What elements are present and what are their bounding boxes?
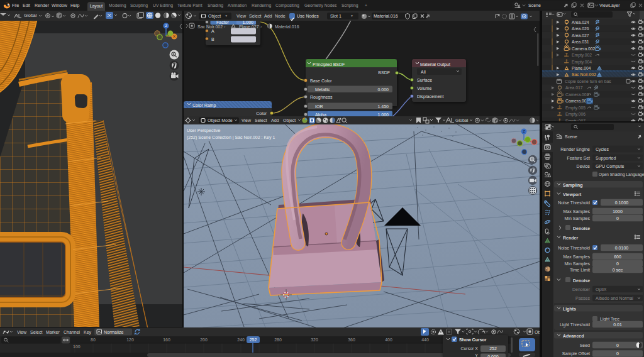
svg-text:0 sec: 0 sec [613, 268, 623, 272]
svg-text:Empty.005: Empty.005 [565, 106, 586, 111]
svg-text:Denoise: Denoise [573, 278, 590, 283]
svg-text:Global: Global [24, 13, 37, 18]
svg-text:0.000: 0.000 [487, 354, 499, 357]
svg-text:IOR: IOR [315, 104, 323, 109]
svg-text:Color: Color [256, 111, 267, 116]
svg-text:Cycles: Cycles [596, 147, 609, 152]
svg-text:Copie scene turn en bas: Copie scene turn en bas [565, 79, 611, 84]
svg-text:Volume: Volume [417, 86, 431, 91]
svg-text:Empty.007: Empty.007 [565, 119, 586, 121]
svg-text:OptiX: OptiX [596, 287, 607, 292]
svg-text:0.01: 0.01 [613, 322, 622, 327]
svg-text:Z: Z [523, 129, 525, 133]
svg-text:Ob: Ob [535, 330, 540, 334]
svg-text:Plane.027: Plane.027 [239, 25, 259, 29]
svg-text:Camera.002: Camera.002 [572, 47, 596, 51]
svg-text:Lights: Lights [563, 307, 576, 312]
svg-text:Time Limit: Time Limit [570, 268, 590, 272]
svg-text:Roughness: Roughness [310, 95, 333, 100]
svg-text:Min Samples: Min Samples [565, 216, 591, 221]
svg-text:Sample Offset: Sample Offset [562, 351, 590, 356]
svg-text:Base Color: Base Color [310, 79, 332, 83]
svg-text:Sac Noir.002: Sac Noir.002 [572, 72, 596, 77]
svg-text:Area.024: Area.024 [572, 20, 589, 25]
svg-text:Global: Global [455, 118, 469, 123]
svg-text:0.0100: 0.0100 [615, 246, 629, 250]
svg-text:Metallic: Metallic [315, 87, 330, 92]
svg-text:Open Shading Language: Open Shading Language [599, 172, 644, 177]
svg-text:600: 600 [614, 255, 621, 259]
svg-text:Object: Object [283, 118, 296, 123]
svg-text:0: 0 [616, 216, 619, 221]
svg-text:Device: Device [577, 164, 591, 168]
svg-text:0: 0 [616, 343, 619, 348]
svg-text:Denoiser: Denoiser [572, 287, 591, 292]
svg-text:0.1000: 0.1000 [615, 200, 629, 205]
svg-text:Render Engine: Render Engine [560, 147, 590, 152]
svg-text:Max Samples: Max Samples [564, 255, 591, 260]
svg-text:Supported: Supported [596, 156, 616, 161]
svg-text:B: B [211, 37, 214, 41]
svg-text:440: 440 [421, 338, 429, 342]
svg-text:Feature Set: Feature Set [567, 156, 590, 160]
svg-text:1.450: 1.450 [377, 104, 389, 109]
svg-text:All: All [421, 70, 426, 74]
svg-text:Render: Render [563, 236, 578, 240]
svg-text:Area.027: Area.027 [572, 33, 589, 38]
svg-text:Seed: Seed [580, 343, 590, 348]
svg-text:Key: Key [84, 330, 92, 335]
svg-text:Camera.004: Camera.004 [565, 99, 589, 103]
svg-text:Displacement: Displacement [417, 94, 443, 99]
svg-text:0.000: 0.000 [377, 87, 389, 92]
svg-text:Max Samples: Max Samples [564, 209, 591, 214]
svg-text:252: 252 [489, 346, 497, 351]
svg-text:0: 0 [616, 261, 619, 266]
svg-text:Show Cursor: Show Cursor [459, 338, 487, 342]
svg-text:Albedo and Normal: Albedo and Normal [596, 296, 633, 300]
svg-text:Area.031: Area.031 [572, 40, 589, 44]
svg-text:Advanced: Advanced [563, 334, 584, 338]
svg-text:Color Ramp: Color Ramp [192, 103, 216, 108]
svg-text:Denoise: Denoise [573, 226, 590, 231]
svg-text:View: View [17, 330, 27, 334]
svg-text:Object Mode: Object Mode [208, 118, 233, 123]
svg-text:GPU Compute: GPU Compute [596, 164, 625, 169]
svg-text:Surface: Surface [417, 78, 432, 82]
svg-text:0: 0 [616, 351, 619, 356]
svg-text:Noise Threshold: Noise Threshold [558, 200, 590, 205]
svg-text:280: 280 [274, 338, 282, 342]
svg-text:Camera.003: Camera.003 [565, 92, 589, 97]
svg-text:Light Tree: Light Tree [600, 317, 619, 322]
svg-text:Viewport: Viewport [563, 192, 582, 197]
svg-text:Select: Select [30, 330, 43, 334]
svg-text:Select: Select [255, 118, 267, 123]
svg-text:(252) Scene Collection | Sac N: (252) Scene Collection | Sac Noir.002 : … [187, 135, 275, 140]
svg-text:Empty.004: Empty.004 [572, 60, 592, 65]
svg-text:View: View [242, 118, 252, 123]
svg-text:Plane.004: Plane.004 [572, 66, 591, 70]
svg-text:120: 120 [126, 338, 134, 342]
svg-text:A: A [211, 29, 214, 33]
svg-text:Light Threshold: Light Threshold [560, 322, 590, 327]
svg-text:Cursor X: Cursor X [460, 346, 478, 351]
svg-text:Add: Add [271, 118, 279, 123]
svg-text:Normalize: Normalize [104, 330, 124, 334]
svg-text:Principled BSDF: Principled BSDF [313, 62, 345, 67]
svg-text:Passes: Passes [575, 296, 590, 300]
svg-text:320: 320 [311, 338, 318, 342]
svg-text:Area.026: Area.026 [572, 26, 589, 31]
svg-text:Noise Threshold: Noise Threshold [558, 246, 590, 250]
svg-text:›: › [260, 25, 262, 29]
svg-text:Material Output: Material Output [420, 62, 450, 67]
svg-text:Scene: Scene [565, 135, 577, 139]
svg-text:360: 360 [348, 338, 355, 342]
svg-text:400: 400 [385, 338, 392, 342]
svg-text:Channel: Channel [64, 330, 80, 334]
svg-text:1000: 1000 [613, 209, 623, 214]
svg-text:160: 160 [163, 338, 170, 342]
svg-text:Min Samples: Min Samples [565, 261, 591, 266]
svg-text:240: 240 [237, 338, 245, 342]
svg-text:Sac Noir.002: Sac Noir.002 [197, 25, 223, 29]
svg-text:User Perspective: User Perspective [187, 128, 220, 133]
svg-text:Material.016: Material.016 [275, 25, 299, 29]
